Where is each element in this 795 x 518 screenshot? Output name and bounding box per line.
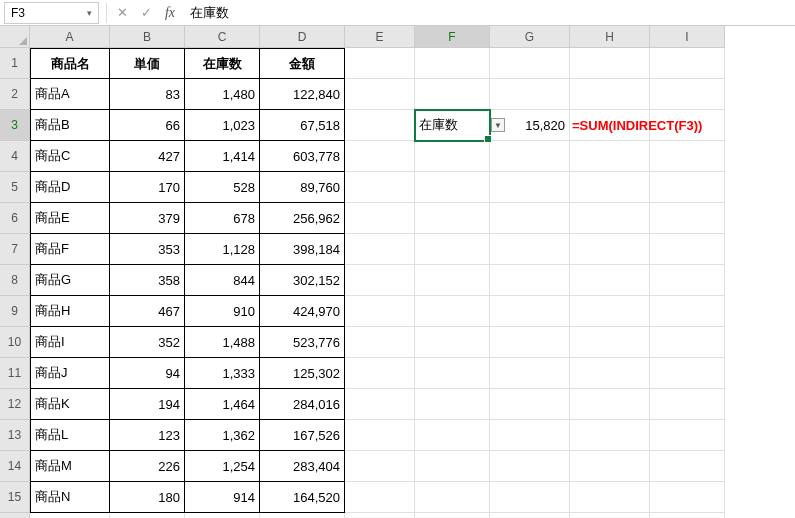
cell-I15[interactable]	[650, 482, 725, 513]
cell-D4[interactable]: 603,778	[260, 141, 345, 172]
cell-B13[interactable]: 123	[110, 420, 185, 451]
row-header-7[interactable]: 7	[0, 234, 30, 265]
col-header-G[interactable]: G	[490, 26, 570, 48]
row-header-5[interactable]: 5	[0, 172, 30, 203]
cell-G13[interactable]	[490, 420, 570, 451]
cell-H9[interactable]	[570, 296, 650, 327]
cell-E5[interactable]	[345, 172, 415, 203]
cell-I16[interactable]	[650, 513, 725, 518]
cell-G10[interactable]	[490, 327, 570, 358]
cell-G15[interactable]	[490, 482, 570, 513]
row-header-12[interactable]: 12	[0, 389, 30, 420]
cell-E12[interactable]	[345, 389, 415, 420]
cell-E14[interactable]	[345, 451, 415, 482]
cell-A7[interactable]: 商品F	[30, 234, 110, 265]
cell-I12[interactable]	[650, 389, 725, 420]
col-header-B[interactable]: B	[110, 26, 185, 48]
cell-E13[interactable]	[345, 420, 415, 451]
cell-D9[interactable]: 424,970	[260, 296, 345, 327]
row-header-15[interactable]: 15	[0, 482, 30, 513]
cell-A16[interactable]	[30, 513, 110, 518]
cell-F1[interactable]	[415, 48, 490, 79]
cell-C13[interactable]: 1,362	[185, 420, 260, 451]
check-icon[interactable]: ✓	[134, 2, 158, 24]
cell-C2[interactable]: 1,480	[185, 79, 260, 110]
cell-B11[interactable]: 94	[110, 358, 185, 389]
cell-D8[interactable]: 302,152	[260, 265, 345, 296]
cell-B6[interactable]: 379	[110, 203, 185, 234]
cell-B8[interactable]: 358	[110, 265, 185, 296]
cell-A9[interactable]: 商品H	[30, 296, 110, 327]
cell-I10[interactable]	[650, 327, 725, 358]
cell-E6[interactable]	[345, 203, 415, 234]
cell-B2[interactable]: 83	[110, 79, 185, 110]
cell-E7[interactable]	[345, 234, 415, 265]
cell-I1[interactable]	[650, 48, 725, 79]
col-header-A[interactable]: A	[30, 26, 110, 48]
cell-G7[interactable]	[490, 234, 570, 265]
cell-F7[interactable]	[415, 234, 490, 265]
cell-F4[interactable]	[415, 141, 490, 172]
cell-C7[interactable]: 1,128	[185, 234, 260, 265]
cell-A8[interactable]: 商品G	[30, 265, 110, 296]
cell-E4[interactable]	[345, 141, 415, 172]
cell-G5[interactable]	[490, 172, 570, 203]
cell-E10[interactable]	[345, 327, 415, 358]
cell-D3[interactable]: 67,518	[260, 110, 345, 141]
cell-B12[interactable]: 194	[110, 389, 185, 420]
cell-B3[interactable]: 66	[110, 110, 185, 141]
cell-D11[interactable]: 125,302	[260, 358, 345, 389]
cell-G8[interactable]	[490, 265, 570, 296]
cell-B4[interactable]: 427	[110, 141, 185, 172]
cell-I6[interactable]	[650, 203, 725, 234]
cell-E11[interactable]	[345, 358, 415, 389]
cell-G1[interactable]	[490, 48, 570, 79]
cell-D16[interactable]	[260, 513, 345, 518]
cell-G2[interactable]	[490, 79, 570, 110]
cell-H10[interactable]	[570, 327, 650, 358]
dropdown-icon[interactable]: ▼	[491, 118, 505, 132]
row-header-2[interactable]: 2	[0, 79, 30, 110]
cell-E16[interactable]	[345, 513, 415, 518]
cell-D7[interactable]: 398,184	[260, 234, 345, 265]
cell-F3[interactable]: 在庫数▼	[415, 110, 490, 141]
col-header-C[interactable]: C	[185, 26, 260, 48]
cell-G9[interactable]	[490, 296, 570, 327]
cell-I7[interactable]	[650, 234, 725, 265]
cell-E8[interactable]	[345, 265, 415, 296]
fx-icon[interactable]: fx	[158, 2, 182, 24]
cell-D2[interactable]: 122,840	[260, 79, 345, 110]
cell-H3[interactable]: =SUM(INDIRECT(F3))	[570, 110, 650, 141]
cell-B7[interactable]: 353	[110, 234, 185, 265]
cell-E1[interactable]	[345, 48, 415, 79]
cell-H16[interactable]	[570, 513, 650, 518]
cell-A1[interactable]: 商品名	[30, 48, 110, 79]
cell-C11[interactable]: 1,333	[185, 358, 260, 389]
cell-A11[interactable]: 商品J	[30, 358, 110, 389]
row-header-9[interactable]: 9	[0, 296, 30, 327]
cell-A6[interactable]: 商品E	[30, 203, 110, 234]
cell-B5[interactable]: 170	[110, 172, 185, 203]
cell-A3[interactable]: 商品B	[30, 110, 110, 141]
cell-B15[interactable]: 180	[110, 482, 185, 513]
cancel-icon[interactable]: ✕	[110, 2, 134, 24]
cell-C3[interactable]: 1,023	[185, 110, 260, 141]
cell-H12[interactable]	[570, 389, 650, 420]
cell-C15[interactable]: 914	[185, 482, 260, 513]
cell-A5[interactable]: 商品D	[30, 172, 110, 203]
cell-D13[interactable]: 167,526	[260, 420, 345, 451]
cell-C14[interactable]: 1,254	[185, 451, 260, 482]
formula-input[interactable]: 在庫数	[182, 2, 795, 24]
cell-H14[interactable]	[570, 451, 650, 482]
name-box[interactable]: F3 ▾	[4, 2, 99, 24]
cell-G4[interactable]	[490, 141, 570, 172]
cell-C1[interactable]: 在庫数	[185, 48, 260, 79]
cell-F11[interactable]	[415, 358, 490, 389]
cell-A15[interactable]: 商品N	[30, 482, 110, 513]
cell-H15[interactable]	[570, 482, 650, 513]
cell-I4[interactable]	[650, 141, 725, 172]
col-header-I[interactable]: I	[650, 26, 725, 48]
cell-A10[interactable]: 商品I	[30, 327, 110, 358]
cell-D15[interactable]: 164,520	[260, 482, 345, 513]
cell-G6[interactable]	[490, 203, 570, 234]
